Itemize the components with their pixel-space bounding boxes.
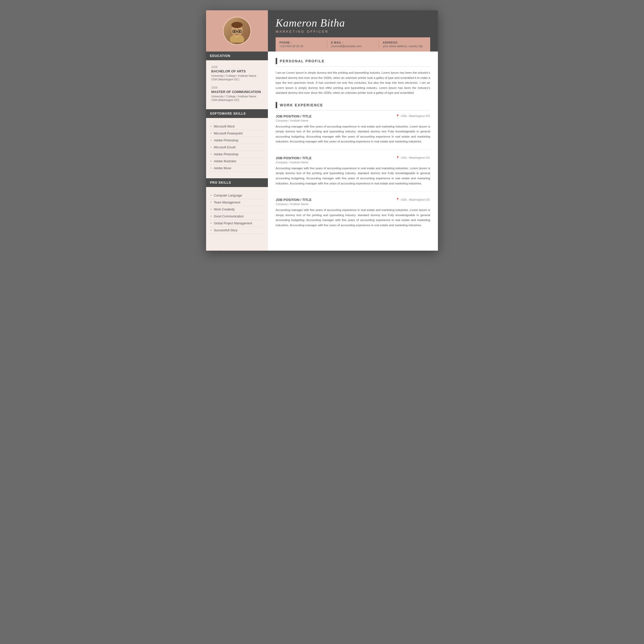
job-header-3: JOB POSITION / TITLE 📍 USA - Washingtoon…: [276, 198, 430, 202]
skill-item: Microsoft Excell: [210, 144, 264, 151]
work-experience-section: WORK EXPERIENCE JOB POSITION / TITLE 📍 U…: [276, 102, 430, 233]
contact-phone: PHONE : +123 654 30 33 15: [276, 40, 327, 49]
main-content: PERSONAL PROFILE I am an Lorem Ipsum is …: [268, 52, 438, 251]
software-skills-title: SOFTOWARE SKILLS: [206, 109, 268, 118]
svg-point-12: [236, 33, 238, 34]
edu-location-1: USA (Washington DC): [211, 78, 263, 81]
company-name-3: Company / Institute Name: [276, 202, 430, 206]
skill-item: Microsoft Word: [210, 123, 264, 130]
svg-point-10: [234, 31, 235, 32]
job-entry-3: JOB POSITION / TITLE 📍 USA - Washingtoon…: [276, 198, 430, 233]
job-location-text-2: USA - Washingtoon DC: [401, 156, 430, 159]
profile-title: PERSONAL PROFILE: [280, 59, 325, 63]
profile-text: I am an Lorem Ipsum is simply dummy text…: [276, 70, 430, 96]
skill-item: Adobe Illustrator: [210, 158, 264, 165]
resume-header: Kameron Bitha MARKETING OFFICER PHONE : …: [206, 10, 438, 52]
job-title-2: JOB POSITION / TITLE: [276, 156, 311, 160]
address-label: ADDRESS:: [383, 41, 426, 44]
profile-section: PERSONAL PROFILE I am an Lorem Ipsum is …: [276, 58, 430, 96]
job-location-text-3: USA - Washingtoon DC: [401, 198, 430, 201]
edu-institution-1: University / College / Institute Name: [211, 74, 263, 77]
edu-item-2: 2008 MASTER OF COMMUNICATION University …: [206, 86, 268, 107]
job-location-3: 📍 USA - Washingtoon DC: [396, 198, 430, 201]
software-skills-section: SOFTOWARE SKILLS Microsoft Word Microsof…: [206, 109, 268, 176]
pro-skill-item: Work Creativity: [210, 206, 264, 213]
job-title-3: JOB POSITION / TITLE: [276, 198, 311, 202]
section-accent-work-icon: [276, 102, 277, 108]
job-location-text-1: USA - Washingtoon DC: [401, 114, 430, 117]
edu-item-1: 2008 BACHELOR OF ARTS University / Colle…: [206, 65, 268, 86]
contact-address: ADDRESS: your street address, country Zi…: [379, 40, 430, 49]
edu-degree-1: BACHELOR OF ARTS: [211, 69, 263, 73]
job-entry-2: JOB POSITION / TITLE 📍 USA - Washingtoon…: [276, 156, 430, 191]
resume-card: Kameron Bitha MARKETING OFFICER PHONE : …: [206, 10, 438, 251]
edu-degree-2: MASTER OF COMMUNICATION: [211, 90, 263, 94]
edu-year-2: 2008: [211, 86, 263, 89]
sidebar: EDUCATION 2008 BACHELOR OF ARTS Universi…: [206, 52, 268, 251]
education-section: EDUCATION 2008 BACHELOR OF ARTS Universi…: [206, 52, 268, 107]
section-accent-icon: [276, 58, 277, 64]
pro-skill-item: Team Management: [210, 199, 264, 206]
software-skills-list: Microsoft Word Microsoft Powerpoint Adob…: [206, 123, 268, 176]
avatar-image: [224, 18, 250, 44]
page-wrapper: Kameron Bitha MARKETING OFFICER PHONE : …: [206, 10, 438, 251]
job-title-1: JOB POSITION / TITLE: [276, 114, 311, 118]
pro-skill-item: Successfull Story: [210, 227, 264, 234]
location-pin-icon: 📍: [396, 114, 400, 118]
pro-skills-list: Computer Language Team Management Work C…: [206, 192, 268, 238]
job-description-1: Accounting manager with five years of ac…: [276, 124, 430, 144]
pro-skills-section: PRO SKILLS Computer Language Team Manage…: [206, 178, 268, 238]
job-description-3: Accounting manager with five years of ac…: [276, 208, 430, 228]
skill-item: Adobe Photoshop: [210, 137, 264, 144]
address-value: your street address, country Zip.: [383, 45, 426, 48]
job-location-1: 📍 USA - Washingtoon DC: [396, 114, 430, 118]
contact-email: E-MAIL : yourmail@example.com: [327, 40, 379, 49]
company-name-2: Company / Institute Name: [276, 161, 430, 164]
edu-institution-2: University / College / Institute Name: [211, 95, 263, 98]
full-name: Kameron Bitha: [276, 17, 430, 29]
work-section-header: WORK EXPERIENCE: [276, 102, 430, 111]
job-entry-1: JOB POSITION / TITLE 📍 USA - Washingtoon…: [276, 114, 430, 150]
edu-location-2: USA (Washington DC): [211, 98, 263, 101]
resume-body: EDUCATION 2008 BACHELOR OF ARTS Universi…: [206, 52, 438, 251]
profile-section-header: PERSONAL PROFILE: [276, 58, 430, 66]
phone-label: PHONE :: [279, 41, 323, 44]
pro-skill-item: Good Communication: [210, 213, 264, 220]
job-title: MARKETING OFFICER: [276, 30, 430, 33]
skill-item: Adobe Photoshop: [210, 151, 264, 158]
location-pin-icon: 📍: [396, 198, 400, 201]
location-pin-icon: 📍: [396, 156, 400, 159]
skill-item: Adobe Muse: [210, 165, 264, 172]
job-location-2: 📍 USA - Washingtoon DC: [396, 156, 430, 159]
skill-item: Microsoft Powerpoint: [210, 130, 264, 137]
edu-year-1: 2008: [211, 65, 263, 69]
svg-point-11: [239, 31, 240, 32]
job-description-2: Accounting manager with five years of ac…: [276, 166, 430, 186]
pro-skill-item: Global Project Management: [210, 220, 264, 227]
svg-point-6: [231, 22, 243, 28]
email-label: E-MAIL :: [331, 41, 375, 44]
job-header-2: JOB POSITION / TITLE 📍 USA - Washingtoon…: [276, 156, 430, 160]
header-left: [206, 10, 268, 52]
contact-bar: PHONE : +123 654 30 33 15 E-MAIL : yourm…: [276, 37, 430, 52]
work-title: WORK EXPERIENCE: [280, 103, 323, 107]
email-value: yourmail@example.com: [331, 45, 375, 48]
phone-value: +123 654 30 33 15: [279, 45, 323, 48]
job-header-1: JOB POSITION / TITLE 📍 USA - Washingtoon…: [276, 114, 430, 118]
pro-skill-item: Computer Language: [210, 192, 264, 199]
header-right: Kameron Bitha MARKETING OFFICER PHONE : …: [268, 10, 438, 52]
education-title: EDUCATION: [206, 52, 268, 60]
company-name-1: Company / Institute Name: [276, 119, 430, 122]
name-title-block: Kameron Bitha MARKETING OFFICER: [276, 17, 430, 33]
avatar: [223, 17, 251, 45]
pro-skills-title: PRO SKILLS: [206, 178, 268, 187]
